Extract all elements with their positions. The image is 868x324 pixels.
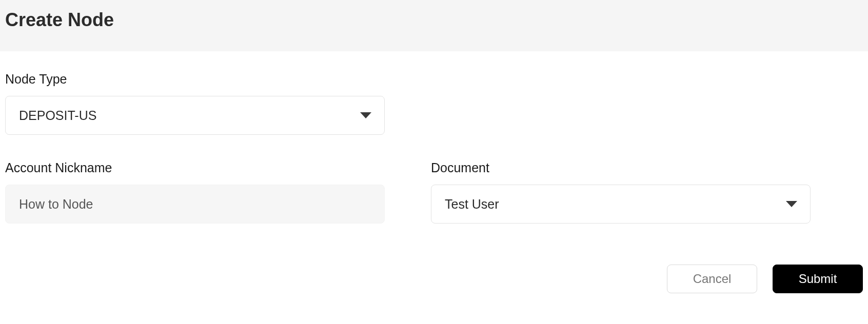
document-label: Document [431, 160, 811, 175]
node-type-field: Node Type DEPOSIT-US [5, 72, 385, 135]
account-nickname-field: Account Nickname [5, 160, 385, 224]
node-type-select-wrap: DEPOSIT-US [5, 96, 385, 135]
document-field: Document Test User [431, 160, 811, 224]
document-select[interactable]: Test User [431, 185, 811, 224]
form-row-1: Node Type DEPOSIT-US [5, 72, 863, 135]
node-type-label: Node Type [5, 72, 385, 87]
page-title: Create Node [5, 9, 863, 31]
account-nickname-input[interactable] [5, 185, 385, 224]
page-header: Create Node [0, 0, 868, 51]
node-type-select[interactable]: DEPOSIT-US [5, 96, 385, 135]
cancel-button[interactable]: Cancel [667, 265, 757, 293]
form-row-2: Account Nickname Document Test User [5, 160, 863, 224]
account-nickname-label: Account Nickname [5, 160, 385, 175]
node-type-value: DEPOSIT-US [19, 108, 96, 123]
form-area: Node Type DEPOSIT-US Account Nickname Do… [0, 51, 868, 254]
submit-button[interactable]: Submit [773, 265, 863, 293]
button-row: Cancel Submit [0, 254, 868, 298]
document-value: Test User [445, 197, 499, 212]
document-select-wrap: Test User [431, 185, 811, 224]
